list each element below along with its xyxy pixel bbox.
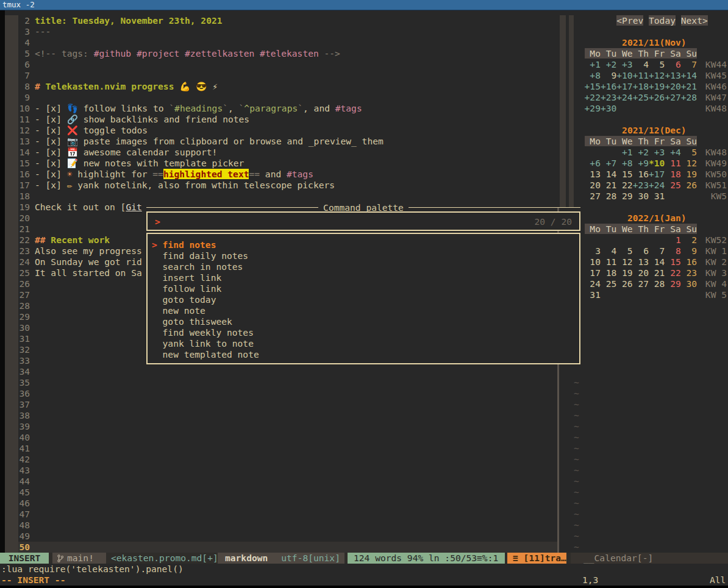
- calendar-day[interactable]: 13: [585, 169, 601, 179]
- calendar-day[interactable]: +1: [616, 147, 632, 157]
- calendar-day[interactable]: 7: [681, 59, 697, 69]
- calendar-day[interactable]: 14: [649, 257, 665, 267]
- editor-line[interactable]: 38: [0, 410, 557, 421]
- calendar-day[interactable]: 19: [616, 267, 632, 278]
- calendar-day[interactable]: 26: [681, 180, 697, 190]
- editor-line[interactable]: 35: [0, 377, 557, 388]
- calendar-day[interactable]: +24: [649, 180, 665, 190]
- calendar-day[interactable]: +22: [585, 92, 601, 102]
- calendar-day[interactable]: 6: [633, 246, 649, 256]
- calendar-day[interactable]: 31: [649, 191, 665, 201]
- editor-line[interactable]: 46: [0, 498, 557, 509]
- calendar-day[interactable]: 1: [665, 235, 680, 245]
- calendar-day[interactable]: +28: [681, 92, 697, 102]
- calendar-day[interactable]: 25: [665, 180, 680, 190]
- calendar-day[interactable]: 21: [601, 180, 616, 190]
- palette-item[interactable]: > find notes: [152, 239, 579, 250]
- calendar-day[interactable]: +8: [585, 70, 601, 80]
- calendar-day[interactable]: 28: [601, 191, 616, 201]
- palette-item[interactable]: yank link to note: [152, 338, 579, 349]
- calendar-day[interactable]: 16: [633, 169, 649, 179]
- calendar-day[interactable]: 2: [681, 235, 697, 245]
- calendar-day[interactable]: 23: [681, 267, 697, 278]
- editor-line[interactable]: 44: [0, 476, 557, 487]
- calendar-day[interactable]: +13: [665, 70, 680, 80]
- editor-line[interactable]: 2title: Tuesday, November 23th, 2021: [0, 15, 557, 26]
- calendar-day[interactable]: 8: [665, 246, 680, 256]
- calendar-day[interactable]: +4: [665, 147, 680, 157]
- window-separator-bar[interactable]: [560, 15, 566, 207]
- calendar-day[interactable]: +18: [633, 81, 649, 91]
- palette-item[interactable]: find daily notes: [152, 250, 579, 261]
- calendar-day[interactable]: 17: [585, 267, 601, 278]
- calendar-day[interactable]: +23: [601, 92, 616, 102]
- calendar-day[interactable]: +1: [585, 59, 601, 69]
- calendar-day[interactable]: +19: [649, 81, 665, 91]
- calendar-day[interactable]: +12: [649, 70, 665, 80]
- calendar-day[interactable]: 4: [601, 246, 616, 256]
- editor-line[interactable]: 11- [x] 🔗 show backlinks and friend note…: [0, 114, 557, 125]
- calendar-day[interactable]: +8: [616, 158, 632, 168]
- calendar-nav-next[interactable]: Next>: [681, 15, 708, 26]
- editor-line[interactable]: 47: [0, 509, 557, 520]
- calendar-day[interactable]: 9: [681, 246, 697, 256]
- calendar-day[interactable]: +17: [616, 81, 632, 91]
- calendar-day[interactable]: 30: [681, 278, 697, 289]
- calendar-day[interactable]: 20: [585, 180, 601, 190]
- editor-line[interactable]: 13- [x] 📷 paste images from clipboard or…: [0, 136, 557, 147]
- calendar-day[interactable]: +7: [601, 158, 616, 168]
- calendar-day[interactable]: +27: [665, 92, 680, 102]
- editor-line[interactable]: 36: [0, 388, 557, 399]
- editor-line[interactable]: 41: [0, 443, 557, 454]
- editor-line[interactable]: 7: [0, 70, 557, 81]
- palette-prompt-box[interactable]: > 20 / 20: [146, 211, 580, 231]
- calendar-day[interactable]: +2: [633, 147, 649, 157]
- editor-line[interactable]: 15- [x] 📝 new notes with template picker: [0, 158, 557, 169]
- calendar-day[interactable]: +10: [616, 70, 632, 80]
- calendar-day[interactable]: 9: [601, 70, 616, 80]
- editor-line[interactable]: 3---: [0, 26, 557, 37]
- calendar-day[interactable]: 16: [681, 257, 697, 267]
- palette-item[interactable]: goto today: [152, 294, 579, 305]
- editor-line[interactable]: 5<!-- tags: #github #project #zettelkast…: [0, 48, 557, 59]
- calendar-day[interactable]: +23: [633, 180, 649, 190]
- calendar-day[interactable]: 30: [633, 191, 649, 201]
- editor-line[interactable]: 12- [x] ❌ toggle todos: [0, 125, 557, 136]
- editor-line[interactable]: 4: [0, 37, 557, 48]
- palette-item[interactable]: insert link: [152, 272, 579, 283]
- calendar-day[interactable]: 5: [681, 147, 697, 157]
- calendar-day[interactable]: 19: [681, 169, 697, 179]
- calendar-day[interactable]: 27: [585, 191, 601, 201]
- calendar-day[interactable]: +11: [633, 70, 649, 80]
- calendar-day[interactable]: +9: [633, 158, 649, 168]
- editor-line[interactable]: 16- [x] ☀ highlight for ==highlighted te…: [0, 169, 557, 180]
- calendar-day[interactable]: 18: [665, 169, 680, 179]
- editor-line[interactable]: 40: [0, 432, 557, 443]
- editor-line[interactable]: 6: [0, 59, 557, 70]
- calendar-day[interactable]: +24: [616, 92, 632, 102]
- calendar-day[interactable]: 5: [616, 246, 632, 256]
- calendar-nav-today[interactable]: Today: [649, 15, 676, 26]
- editor-line[interactable]: 48: [0, 520, 557, 531]
- calendar-nav-prev[interactable]: <Prev: [616, 15, 643, 26]
- palette-item[interactable]: goto thisweek: [152, 316, 579, 327]
- calendar-day[interactable]: 12: [616, 257, 632, 267]
- calendar-day[interactable]: 15: [665, 257, 680, 267]
- palette-item[interactable]: search in notes: [152, 261, 579, 272]
- editor-line[interactable]: 45: [0, 487, 557, 498]
- calendar-day[interactable]: +14: [681, 70, 697, 80]
- editor-line[interactable]: 42: [0, 454, 557, 465]
- calendar-day[interactable]: 10: [585, 257, 601, 267]
- editor-line[interactable]: 17- [x] ✏ yank notelink, also from wthin…: [0, 180, 557, 191]
- calendar-day[interactable]: *10: [649, 158, 665, 168]
- editor-line[interactable]: 18: [0, 191, 557, 202]
- calendar-day[interactable]: 28: [649, 278, 665, 289]
- editor-line[interactable]: 43: [0, 465, 557, 476]
- window-titlebar[interactable]: tmux -2: [0, 0, 728, 10]
- calendar-day[interactable]: 21: [649, 267, 665, 278]
- editor-line[interactable]: 37: [0, 399, 557, 410]
- calendar-day[interactable]: 12: [681, 158, 697, 168]
- calendar-day[interactable]: +3: [616, 59, 632, 69]
- palette-item[interactable]: new note: [152, 305, 579, 316]
- calendar-day[interactable]: 14: [601, 169, 616, 179]
